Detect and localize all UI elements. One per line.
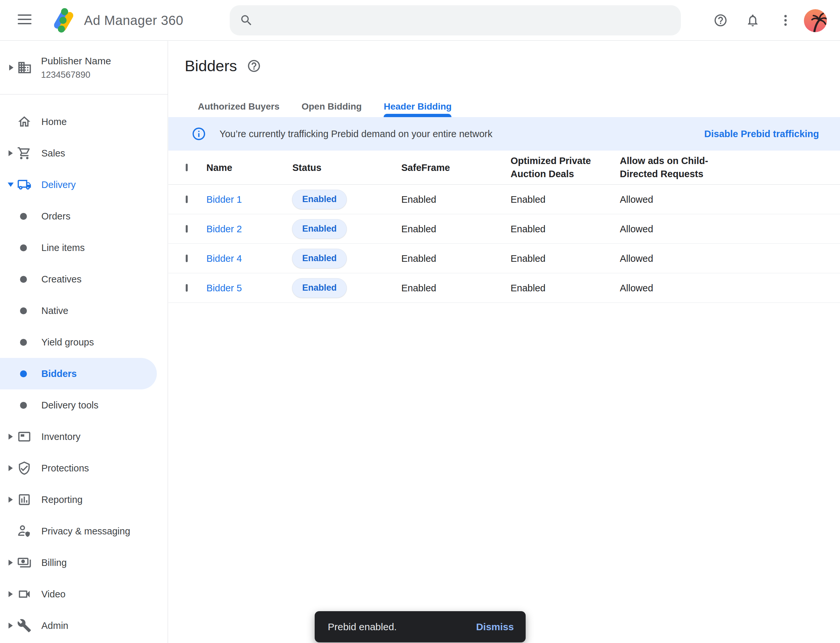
bullet-icon (20, 213, 27, 220)
chevron-down-icon (8, 183, 14, 187)
status-badge: Enabled (292, 219, 347, 239)
opad-value: Enabled (511, 253, 603, 264)
chevron-right-icon (8, 560, 13, 566)
prebid-info-banner: You’re currently trafficking Prebid dema… (168, 117, 840, 150)
chevron-right-icon (8, 623, 13, 628)
chevron-right-icon (9, 65, 13, 70)
chevron-right-icon (8, 591, 13, 597)
row-checkbox[interactable] (186, 225, 188, 233)
column-header-child-directed: Allow ads on Child-Directed Requests (620, 154, 725, 181)
ad-manager-logo-icon (48, 5, 79, 36)
sidebar-item-yield-groups[interactable]: Yield groups (0, 326, 168, 358)
status-badge: Enabled (292, 278, 347, 298)
sidebar-item-native[interactable]: Native (0, 295, 168, 326)
bidder-link[interactable]: Bidder 1 (206, 194, 242, 205)
child-directed-value: Allowed (620, 224, 725, 234)
sidebar-item-admin[interactable]: Admin (0, 610, 168, 641)
sidebar-item-delivery-tools[interactable]: Delivery tools (0, 389, 168, 421)
banner-message: You’re currently trafficking Prebid dema… (219, 129, 492, 139)
bullet-icon (20, 307, 27, 314)
main-content: Bidders Authorized Buyers Open Bidding H… (168, 41, 840, 643)
sidebar-item-protections[interactable]: Protections (0, 452, 168, 484)
child-directed-value: Allowed (620, 282, 725, 293)
disable-prebid-trafficking-link[interactable]: Disable Prebid trafficking (704, 129, 819, 139)
table-header-row: Name Status SafeFrame Optimized Private … (168, 150, 840, 185)
sidebar-item-video[interactable]: Video (0, 578, 168, 610)
safeframe-value: Enabled (401, 282, 436, 293)
select-all-checkbox[interactable] (186, 164, 188, 171)
opad-value: Enabled (511, 224, 603, 234)
child-directed-value: Allowed (620, 253, 725, 264)
product-name: Ad Manager 360 (84, 13, 183, 28)
payments-icon (17, 555, 31, 570)
menu-icon[interactable] (18, 15, 31, 26)
safeframe-value: Enabled (401, 253, 436, 264)
column-header-status: Status (293, 161, 322, 174)
bidders-table: Name Status SafeFrame Optimized Private … (168, 150, 840, 303)
table-row: Bidder 5 Enabled Enabled Enabled Allowed (168, 273, 840, 303)
sidebar-item-bidders[interactable]: Bidders (0, 358, 157, 389)
tab-open-bidding[interactable]: Open Bidding (302, 96, 362, 117)
column-header-opad: Optimized Private Auction Deals (511, 154, 603, 181)
tab-bar: Authorized Buyers Open Bidding Header Bi… (198, 96, 451, 117)
tab-authorized-buyers[interactable]: Authorized Buyers (198, 96, 279, 117)
sidebar-item-home[interactable]: Home (0, 106, 168, 137)
tab-header-bidding[interactable]: Header Bidding (384, 96, 451, 117)
bidder-link[interactable]: Bidder 2 (206, 224, 242, 234)
chevron-right-icon (8, 497, 13, 503)
videocam-icon (17, 587, 31, 601)
help-icon[interactable] (713, 13, 728, 28)
sidebar-item-orders[interactable]: Orders (0, 201, 168, 232)
row-checkbox[interactable] (186, 196, 188, 203)
search-bar[interactable] (230, 5, 681, 36)
snackbar: Prebid enabled. Dismiss (315, 611, 526, 642)
person-shield-icon (17, 524, 31, 539)
truck-icon (17, 178, 31, 192)
avatar[interactable] (804, 9, 827, 32)
safeframe-value: Enabled (401, 224, 436, 234)
column-header-safeframe: SafeFrame (401, 161, 450, 174)
shield-check-icon (17, 461, 31, 475)
sidebar-item-line-items[interactable]: Line items (0, 232, 168, 263)
sidebar-nav: Home Sales Delivery Orders Line items (0, 95, 168, 641)
bullet-icon (20, 339, 27, 346)
publisher-id: 1234567890 (41, 70, 90, 80)
shopping-cart-icon (17, 146, 31, 160)
sidebar-item-creatives[interactable]: Creatives (0, 263, 168, 295)
table-row: Bidder 4 Enabled Enabled Enabled Allowed (168, 244, 840, 273)
home-icon (17, 114, 31, 129)
bullet-icon (20, 402, 27, 409)
sidebar: Publisher Name 1234567890 Home Sales Del… (0, 41, 168, 643)
more-vert-icon[interactable] (778, 13, 793, 28)
sidebar-item-delivery[interactable]: Delivery (0, 169, 168, 201)
bidder-link[interactable]: Bidder 5 (206, 282, 242, 293)
ad-unit-icon (17, 429, 31, 444)
bidder-link[interactable]: Bidder 4 (206, 253, 242, 264)
info-icon (191, 126, 206, 141)
publisher-selector[interactable]: Publisher Name 1234567890 (0, 41, 168, 95)
page-help-icon[interactable] (247, 59, 261, 73)
sidebar-item-sales[interactable]: Sales (0, 137, 168, 169)
opad-value: Enabled (511, 282, 603, 293)
chevron-right-icon (8, 434, 13, 440)
bullet-icon (20, 245, 27, 251)
column-header-name: Name (206, 161, 232, 174)
opad-value: Enabled (511, 194, 603, 205)
safeframe-value: Enabled (401, 194, 436, 205)
sidebar-item-reporting[interactable]: Reporting (0, 484, 168, 516)
row-checkbox[interactable] (186, 284, 188, 292)
publisher-name: Publisher Name (41, 55, 111, 67)
bullet-icon (20, 370, 27, 377)
search-input[interactable] (262, 15, 671, 26)
sidebar-item-inventory[interactable]: Inventory (0, 421, 168, 452)
notifications-icon[interactable] (745, 13, 760, 28)
dismiss-button[interactable]: Dismiss (476, 621, 514, 633)
page-title: Bidders (185, 57, 237, 75)
row-checkbox[interactable] (186, 255, 188, 262)
bar-chart-icon (17, 493, 31, 507)
table-row: Bidder 2 Enabled Enabled Enabled Allowed (168, 214, 840, 244)
chevron-right-icon (8, 465, 13, 471)
sidebar-item-billing[interactable]: Billing (0, 547, 168, 578)
table-row: Bidder 1 Enabled Enabled Enabled Allowed (168, 185, 840, 214)
sidebar-item-privacy-messaging[interactable]: Privacy & messaging (0, 516, 168, 547)
